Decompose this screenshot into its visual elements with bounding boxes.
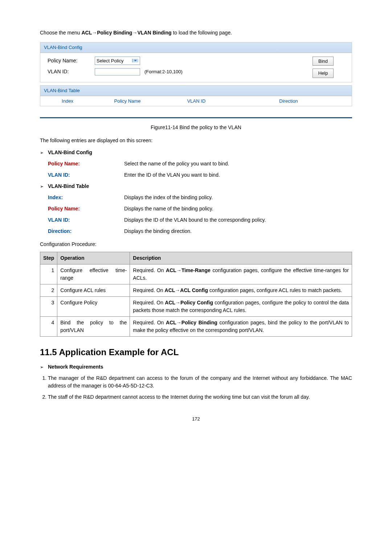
definition-description: Displays the index of the binding policy… xyxy=(124,194,352,201)
vlan-id-label: VLAN ID: xyxy=(48,68,95,75)
group-heading: VLAN-Bind Config xyxy=(48,149,92,156)
table-col-policy-name: Policy Name xyxy=(91,98,164,105)
menu-intro: Choose the menu ACL→Policy Binding→VLAN … xyxy=(40,29,352,37)
policy-select-value: Select Policy xyxy=(97,57,123,65)
table-col-vlan-id: VLAN ID xyxy=(164,98,229,105)
step-cell: 1 xyxy=(40,264,57,284)
intro-path: ACL→Policy Binding→VLAN Binding xyxy=(81,30,171,36)
bullet-arrow-icon: ➢ xyxy=(40,183,44,190)
step-cell: 4 xyxy=(40,317,57,337)
list-item: The staff of the R&D department cannot a… xyxy=(48,393,352,401)
vlan-bind-table-panel: VLAN-Bind Table Index Policy Name VLAN I… xyxy=(40,85,352,106)
bullet-arrow-icon: ➢ xyxy=(40,149,44,156)
vlan-id-hint: (Format:2-10,100) xyxy=(144,68,183,75)
vlan-bind-config-panel: VLAN-Bind Config Policy Name: Select Pol… xyxy=(40,42,352,82)
table-panel-header: VLAN-Bind Table xyxy=(40,86,352,96)
network-requirements-heading: Network Requirements xyxy=(48,363,103,371)
definition-description: Displays the name of the binding policy. xyxy=(124,205,352,213)
table-row: 4Bind the policy to the port/VLANRequire… xyxy=(40,317,352,337)
bind-button[interactable]: Bind xyxy=(313,57,334,66)
proc-header-description: Description xyxy=(130,252,352,264)
table-row: 2Configure ACL rulesRequired. On ACL→ACL… xyxy=(40,284,352,297)
procedure-table: Step Operation Description 1Configure ef… xyxy=(40,252,352,337)
page-number: 172 xyxy=(40,415,352,423)
table-col-index: Index xyxy=(44,98,91,105)
definition-term: Policy Name: xyxy=(48,160,124,168)
config-panel-header: VLAN-Bind Config xyxy=(40,42,352,53)
operation-cell: Configure effective time-range xyxy=(57,264,130,284)
proc-header-step: Step xyxy=(40,252,57,264)
policy-name-label: Policy Name: xyxy=(48,57,95,65)
definition-term: VLAN ID: xyxy=(48,171,124,179)
policy-name-select[interactable]: Select Policy xyxy=(95,57,140,65)
step-cell: 3 xyxy=(40,297,57,317)
vlan-id-input[interactable] xyxy=(95,68,140,75)
description-cell: Required. On ACL→ACL Config configuratio… xyxy=(130,284,352,297)
description-cell: Required. On ACL→Time-Range configuratio… xyxy=(130,264,352,284)
intro-prefix: Choose the menu xyxy=(40,30,81,36)
bullet-arrow-icon: ➢ xyxy=(40,364,44,370)
description-cell: Required. On ACL→Policy Config configura… xyxy=(130,297,352,317)
operation-cell: Bind the policy to the port/VLAN xyxy=(57,317,130,337)
figure-caption: Figure11-14 Bind the policy to the VLAN xyxy=(40,124,352,131)
help-button[interactable]: Help xyxy=(313,69,334,78)
definition-description: Displays the binding direction. xyxy=(124,227,352,235)
table-row: 3Configure PolicyRequired. On ACL→Policy… xyxy=(40,297,352,317)
requirements-list: The manager of the R&D department can ac… xyxy=(48,374,352,401)
list-item: The manager of the R&D department can ac… xyxy=(48,374,352,390)
table-row: 1Configure effective time-rangeRequired.… xyxy=(40,264,352,284)
entries-intro: The following entries are displayed on t… xyxy=(40,137,352,144)
operation-cell: Configure Policy xyxy=(57,297,130,317)
table-col-direction: Direction xyxy=(229,98,348,105)
operation-cell: Configure ACL rules xyxy=(57,284,130,297)
definition-term: Policy Name: xyxy=(48,205,124,213)
group-heading: VLAN-Bind Table xyxy=(48,182,89,190)
divider xyxy=(40,117,352,118)
proc-header-operation: Operation xyxy=(57,252,130,264)
definition-description: Displays the ID of the VLAN bound to the… xyxy=(124,216,352,224)
description-cell: Required. On ACL→Policy Binding configur… xyxy=(130,317,352,337)
definition-description: Enter the ID of the VLAN you want to bin… xyxy=(124,171,352,179)
step-cell: 2 xyxy=(40,284,57,297)
intro-suffix: to load the following page. xyxy=(172,30,232,36)
definition-description: Select the name of the policy you want t… xyxy=(124,160,352,168)
definition-term: Direction: xyxy=(48,227,124,235)
application-example-heading: 11.5 Application Example for ACL xyxy=(40,346,352,359)
definition-term: Index: xyxy=(48,194,124,201)
chevron-down-icon xyxy=(132,59,138,62)
procedure-title: Configuration Procedure: xyxy=(40,241,352,248)
definition-term: VLAN ID: xyxy=(48,216,124,224)
